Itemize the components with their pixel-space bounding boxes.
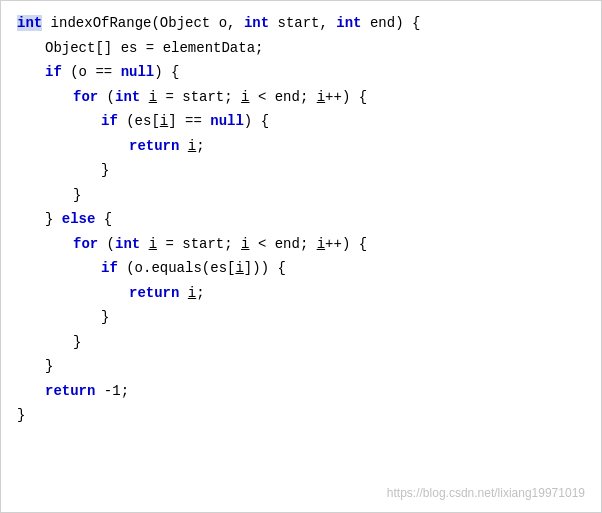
code-container: int indexOfRange(Object o, int start, in…: [0, 0, 602, 513]
code-line: int indexOfRange(Object o, int start, in…: [17, 11, 585, 36]
watermark: https://blog.csdn.net/lixiang19971019: [387, 486, 585, 500]
code-line: if (es[i] == null) {: [17, 109, 585, 134]
code-line: if (o == null) {: [17, 60, 585, 85]
code-line: Object[] es = elementData;: [17, 36, 585, 61]
code-line: return i;: [17, 134, 585, 159]
code-block: int indexOfRange(Object o, int start, in…: [1, 11, 601, 428]
code-line: }: [17, 305, 585, 330]
code-line: }: [17, 183, 585, 208]
code-line: for (int i = start; i < end; i++) {: [17, 85, 585, 110]
code-line: return i;: [17, 281, 585, 306]
code-line: return -1;: [17, 379, 585, 404]
code-line: }: [17, 403, 585, 428]
code-line: for (int i = start; i < end; i++) {: [17, 232, 585, 257]
code-line: }: [17, 354, 585, 379]
code-line: if (o.equals(es[i])) {: [17, 256, 585, 281]
code-line: } else {: [17, 207, 585, 232]
code-line: }: [17, 158, 585, 183]
code-line: }: [17, 330, 585, 355]
